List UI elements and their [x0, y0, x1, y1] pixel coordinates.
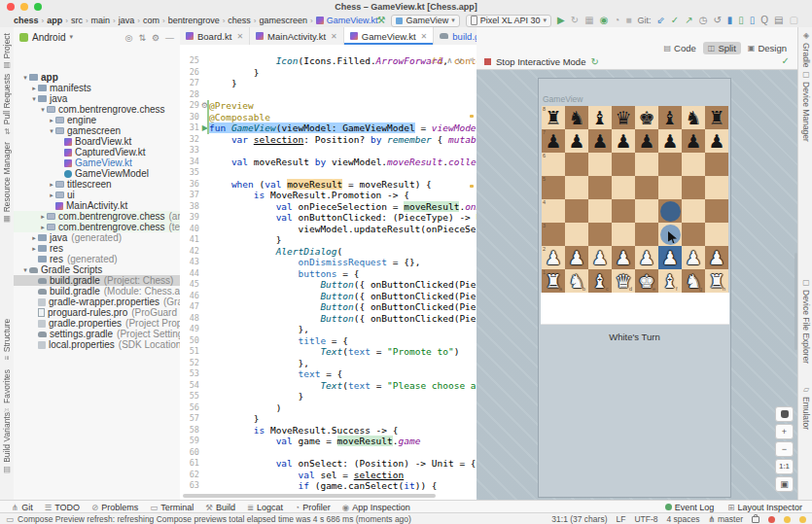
editor-gutter[interactable]: 30: [180, 112, 209, 123]
board-square-d6[interactable]: [612, 153, 635, 176]
tree-chevron-icon[interactable]: ▾: [48, 125, 55, 136]
chess-piece-wp-e2[interactable]: ♟: [635, 246, 658, 269]
tree-item-boardview-kt[interactable]: BoardView.kt: [14, 136, 180, 147]
tree-chevron-icon[interactable]: ▾: [21, 72, 29, 83]
board-square-f6[interactable]: [658, 153, 682, 176]
tree-chevron-icon[interactable]: ▸: [30, 243, 38, 254]
tool-window-button-device-manager[interactable]: ▢Device Manager: [801, 70, 811, 142]
chess-piece-wp-d2[interactable]: ♟: [612, 246, 635, 269]
chess-piece-bp-b7[interactable]: ♟: [565, 129, 588, 153]
editor-gutter[interactable]: 47: [180, 301, 209, 313]
chess-piece-br-a8[interactable]: ♜: [542, 106, 565, 129]
code-line[interactable]: 51 Text(text = "Promote to"): [180, 346, 477, 358]
tool-window-button-build[interactable]: ⚒Build: [205, 503, 235, 512]
chess-piece-bp-d7[interactable]: ♟: [612, 129, 635, 153]
chess-piece-wp-c2[interactable]: ♟: [588, 246, 612, 269]
status-icon[interactable]: ▭: [6, 514, 14, 524]
editor-gutter[interactable]: 43: [180, 257, 209, 268]
board-square-h4[interactable]: [705, 199, 728, 223]
editor-gutter[interactable]: 36: [180, 179, 209, 191]
editor-gutter[interactable]: 54: [180, 380, 209, 392]
editor-gutter[interactable]: 42: [180, 246, 209, 258]
board-square-b3[interactable]: [565, 223, 588, 246]
status-indicator-dot[interactable]: [784, 516, 791, 523]
editor-gutter[interactable]: 50: [180, 335, 209, 347]
toolbar-icon[interactable]: ■: [625, 14, 631, 27]
code-line[interactable]: 29⚙@Preview: [180, 100, 477, 112]
editor-gutter[interactable]: 25: [180, 55, 209, 67]
close-tab-icon[interactable]: ✕: [421, 32, 428, 41]
chess-piece-wq-d1[interactable]: ♛: [612, 269, 635, 293]
file-encoding[interactable]: UTF-8: [634, 514, 657, 524]
tree-item-gradle-properties[interactable]: gradle.properties(Project Properties): [14, 318, 180, 329]
chess-piece-wk-e1[interactable]: ♚: [635, 269, 658, 293]
tree-chevron-icon[interactable]: ▾: [39, 104, 47, 115]
chess-piece-bp-f7[interactable]: ♟: [658, 129, 682, 153]
editor-gutter[interactable]: 41: [180, 234, 209, 246]
breadcrumb-item[interactable]: gamescreen: [260, 16, 308, 25]
editor-tab-gameview-kt[interactable]: GameView.kt✕: [344, 27, 435, 45]
tree-item-build-gradle[interactable]: build.gradle(Project: Chess): [14, 275, 180, 286]
editor-gutter[interactable]: 40: [180, 224, 209, 235]
project-header-icon[interactable]: ⇅: [138, 33, 146, 43]
editor-gutter[interactable]: 63: [180, 480, 209, 492]
editor-tab-mainactivity-kt[interactable]: MainActivity.kt✕: [250, 27, 344, 45]
tree-chevron-icon[interactable]: ▸: [39, 211, 47, 222]
close-tab-icon[interactable]: ✕: [236, 32, 243, 41]
tool-window-button-terminal[interactable]: ▭Terminal: [150, 503, 194, 512]
breadcrumb-item[interactable]: com: [143, 16, 159, 25]
editor-gutter[interactable]: 55: [180, 391, 209, 402]
code-line[interactable]: 26 }: [180, 67, 477, 79]
code-line[interactable]: 41 }: [180, 234, 477, 246]
chess-piece-bn-b8[interactable]: ♞: [565, 106, 588, 129]
board-square-e5[interactable]: [635, 176, 658, 199]
board-square-e4[interactable]: [635, 199, 658, 223]
code-line[interactable]: 32 var selection: Position? by remember …: [180, 134, 477, 146]
code-line[interactable]: 60: [180, 447, 477, 459]
tree-item-proguard-rules-pro[interactable]: proguard-rules.pro(ProGuard Rules for Ch: [14, 307, 180, 318]
tree-item-java[interactable]: ▸java(generated): [14, 232, 180, 243]
toolbar-icon[interactable]: ✓: [671, 14, 679, 27]
code-line[interactable]: 57 }: [180, 413, 477, 425]
code-line[interactable]: 45 Button({ onButtonClicked(PieceType.Qu…: [180, 279, 477, 291]
tool-window-button-git[interactable]: ⋔Git: [12, 503, 33, 512]
chess-piece-bp-c7[interactable]: ♟: [588, 129, 612, 153]
board-square-d5[interactable]: [612, 176, 635, 199]
tree-item-engine[interactable]: ▸engine: [14, 115, 180, 125]
code-line[interactable]: 27 }: [180, 78, 477, 89]
zoom-100-button[interactable]: 1:1: [775, 459, 794, 474]
mode-design[interactable]: ▣Design: [743, 42, 792, 54]
breadcrumb-item[interactable]: chess: [14, 16, 39, 25]
toolbar-icon[interactable]: ↗: [685, 14, 692, 27]
editor-gutter[interactable]: 33: [180, 145, 209, 157]
tree-item-titlescreen[interactable]: ▸titlescreen: [14, 179, 180, 190]
tree-item-com-bentrengrove-chess[interactable]: ▸com.bentrengrove.chess(test): [14, 222, 180, 232]
code-line[interactable]: 61 val onSelect: (Position) -> Unit = { …: [180, 458, 477, 470]
tool-window-button-problems[interactable]: ⊘Problems: [91, 503, 138, 512]
tool-window-button-resource-manager[interactable]: ▦Resource Manager: [2, 142, 12, 224]
toolbar-icon[interactable]: ▮: [727, 14, 733, 27]
toolbar-icon[interactable]: ◉: [600, 14, 609, 27]
board-square-e3[interactable]: [635, 223, 658, 246]
project-header-icon[interactable]: ⚙: [152, 33, 159, 43]
tree-item-ui[interactable]: ▸ui: [14, 190, 180, 200]
refresh-icon[interactable]: ↻: [590, 56, 598, 67]
toolbar-icon[interactable]: ▦: [584, 14, 593, 27]
toolbar-icon[interactable]: ⇙: [656, 14, 664, 27]
chess-piece-wn-g1[interactable]: ♞: [682, 269, 705, 293]
board-square-d3[interactable]: [612, 223, 635, 246]
code-line[interactable]: 44 buttons = {: [180, 268, 477, 280]
board-square-f5[interactable]: [658, 176, 682, 199]
run-configuration-select[interactable]: GameView▾: [391, 15, 459, 27]
code-line[interactable]: 49 },: [180, 324, 477, 335]
tree-item-res[interactable]: res(generated): [14, 254, 180, 264]
code-line[interactable]: 47 Button({ onButtonClicked(PieceType.Kn…: [180, 301, 477, 313]
chess-piece-bq-d8[interactable]: ♛: [612, 106, 635, 129]
code-line[interactable]: 56 ): [180, 402, 477, 414]
lock-icon[interactable]: [752, 516, 759, 523]
chess-piece-bp-a7[interactable]: ♟: [542, 129, 565, 153]
editor-gutter[interactable]: 58: [180, 425, 209, 437]
editor-gutter[interactable]: 59: [180, 436, 209, 447]
tool-window-button-favorites[interactable]: ☆Favorites: [2, 369, 12, 415]
board-square-d4[interactable]: [612, 199, 635, 223]
